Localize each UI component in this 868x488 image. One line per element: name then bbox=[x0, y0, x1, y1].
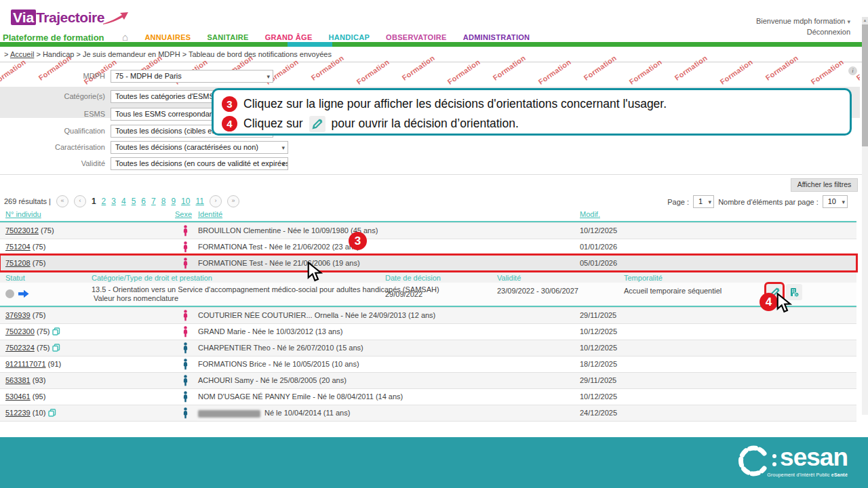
table-row[interactable]: 7502324 (75) CHARPENTIER Theo - Né le 26… bbox=[0, 340, 856, 356]
watermark-text: Formation bbox=[764, 54, 800, 82]
watermark-text: Formation bbox=[401, 54, 436, 82]
filter-label: ESMS bbox=[0, 110, 111, 118]
table-row[interactable]: 75023012 (75) BROUILLON Clementine - Née… bbox=[0, 222, 856, 239]
col-header-identity[interactable]: Identité bbox=[198, 210, 222, 218]
caret-down-icon: ▾ bbox=[709, 197, 712, 208]
person-icon bbox=[182, 391, 189, 403]
home-icon[interactable]: ⌂ bbox=[122, 31, 128, 43]
identity-text: BROUILLON Clementine - Née le 10/09/1980… bbox=[198, 226, 378, 235]
col-header-categorie: Catégorie/Type de droit et prestation bbox=[92, 274, 212, 282]
sesan-wordmark: sesan bbox=[780, 445, 848, 470]
page-link[interactable]: 11 bbox=[195, 197, 203, 206]
individual-id-link[interactable]: 751204 bbox=[5, 243, 31, 251]
watermark-text: Formation bbox=[673, 54, 709, 82]
page-link[interactable]: 4 bbox=[121, 197, 126, 206]
page-link[interactable]: 8 bbox=[161, 197, 166, 206]
individual-id-link[interactable]: 751208 bbox=[5, 259, 31, 267]
page-select[interactable]: 1▾ bbox=[693, 195, 714, 208]
watermark-text: Formation bbox=[583, 54, 618, 82]
caracterisation-select[interactable]: Toutes les décisions (caractérisées ou n… bbox=[111, 141, 288, 154]
nav-administration[interactable]: ADMINISTRATION bbox=[463, 33, 530, 41]
table-row[interactable]: 530461 (95) NOM D'USAGE NÉ PANNY Emile -… bbox=[0, 388, 856, 405]
table-row[interactable]: 751204 (75) FORMATIONA Test - Née le 21/… bbox=[0, 239, 856, 255]
nav-annuaires[interactable]: ANNUAIRES bbox=[144, 33, 191, 41]
col-header-modif[interactable]: Modif. bbox=[580, 210, 600, 218]
pagination: 269 résultats | « ‹ 1 2 3 4 5 6 7 8 9 10… bbox=[4, 195, 239, 207]
individual-id-link[interactable]: 7502324 bbox=[5, 344, 35, 352]
decision-validity: 23/09/2022 - 30/06/2027 bbox=[497, 287, 578, 295]
page-link[interactable]: 10 bbox=[181, 197, 190, 206]
nav-sanitaire[interactable]: SANITAIRE bbox=[207, 33, 248, 41]
page-link[interactable]: 5 bbox=[132, 197, 136, 206]
individual-id-link[interactable]: 7502300 bbox=[5, 327, 35, 336]
info-icon[interactable]: i bbox=[848, 66, 857, 75]
step-3-text: Cliquez sur la ligne pour afficher les d… bbox=[243, 97, 667, 111]
logout-link[interactable]: Déconnexion bbox=[756, 27, 850, 37]
viatrajectoire-logo: ViaTrajectoire bbox=[11, 9, 129, 26]
decision-row[interactable]: 13.5 - Orientation vers un Service d'acc… bbox=[0, 283, 856, 307]
redacted-name bbox=[198, 410, 260, 418]
cursor-icon bbox=[305, 262, 324, 282]
sesan-tagline: Groupement d'Intérêt Public eSanté bbox=[767, 472, 848, 477]
logo-arrow-icon bbox=[102, 10, 129, 26]
nav-handicap[interactable]: HANDICAP bbox=[329, 33, 370, 41]
nav-observatoire[interactable]: OBSERVATOIRE bbox=[386, 33, 447, 41]
step-4-text-before: Cliquez sur bbox=[243, 117, 303, 131]
prev-page-button[interactable]: ‹ bbox=[74, 195, 86, 207]
validite-select[interactable]: Toutes les décisions (en cours de validi… bbox=[111, 157, 288, 170]
sesan-ring-icon bbox=[738, 445, 769, 476]
welcome-user[interactable]: Bienvenue mdph formation ▾ bbox=[756, 16, 850, 27]
mdph-select[interactable]: 75 - MDPH de Paris▾ bbox=[111, 70, 273, 83]
person-icon bbox=[182, 225, 189, 237]
page-link[interactable]: 7 bbox=[151, 197, 156, 206]
decision-table-header: Statut Catégorie/Type de droit et presta… bbox=[0, 272, 856, 283]
decision-date: 29/09/2022 bbox=[385, 290, 422, 298]
individual-id-link[interactable]: 530461 bbox=[5, 392, 31, 401]
table-row[interactable]: 512239 (10) Né le 10/04/2014 (11 ans) 24… bbox=[0, 405, 856, 422]
person-icon bbox=[182, 310, 189, 321]
nav-underline-bar bbox=[0, 42, 868, 47]
copy-icon[interactable] bbox=[52, 344, 60, 353]
person-icon bbox=[182, 359, 189, 370]
first-page-button[interactable]: « bbox=[56, 195, 68, 207]
cursor-icon bbox=[774, 293, 793, 313]
footer: sesan Groupement d'Intérêt Public eSanté bbox=[0, 437, 868, 488]
copy-icon[interactable] bbox=[52, 327, 60, 337]
col-header-statut: Statut bbox=[5, 274, 25, 282]
individual-id-link[interactable]: 376939 bbox=[5, 311, 31, 319]
next-page-button[interactable]: › bbox=[210, 195, 222, 207]
page-link[interactable]: 9 bbox=[171, 197, 176, 206]
table-row-selected[interactable]: 751208 (75) FORMATIONE Test - Née le 21/… bbox=[0, 255, 856, 271]
col-header-sex[interactable]: Sexe bbox=[175, 210, 192, 218]
page-link[interactable]: 3 bbox=[111, 197, 116, 206]
last-page-button[interactable]: » bbox=[227, 195, 239, 207]
filter-row-caracterisation: Caractérisation Toutes les décisions (ca… bbox=[0, 140, 288, 154]
individual-id-link[interactable]: 75023012 bbox=[5, 226, 39, 235]
page-link[interactable]: 2 bbox=[102, 197, 106, 206]
person-icon bbox=[182, 258, 189, 269]
scrollbar-up-icon[interactable]: ▲ bbox=[862, 17, 868, 24]
show-filters-button[interactable]: Afficher les filtres bbox=[791, 178, 858, 192]
scrollbar-thumb[interactable] bbox=[862, 24, 868, 146]
notifications-table: N° individu Sexe Identité Modif. 7502301… bbox=[0, 210, 856, 422]
per-page-select[interactable]: 10▾ bbox=[823, 195, 848, 208]
person-icon bbox=[182, 407, 189, 419]
table-row[interactable]: 376939 (75) COUTURIER NÉE COUTURIER... O… bbox=[0, 307, 856, 323]
individual-id-link[interactable]: 512239 bbox=[5, 409, 31, 417]
page-link[interactable]: 6 bbox=[141, 197, 146, 206]
table-row[interactable]: 9121117071 (91) FORMATIONS Brice - Né le… bbox=[0, 356, 856, 372]
col-header-id[interactable]: N° individu bbox=[5, 210, 41, 218]
individual-id-link[interactable]: 563381 bbox=[5, 376, 31, 384]
individual-id-link[interactable]: 9121117071 bbox=[5, 360, 46, 368]
copy-icon[interactable] bbox=[48, 409, 56, 418]
filter-label: Caractérisation bbox=[0, 143, 111, 151]
nav-grand-age[interactable]: GRAND ÂGE bbox=[265, 33, 313, 41]
decision-temporality: Accueil temporaire séquentiel bbox=[624, 287, 722, 295]
table-row[interactable]: 563381 (93) ACHOURI Samy - Né le 25/08/2… bbox=[0, 372, 856, 388]
col-header-date: Date de décision bbox=[385, 274, 441, 282]
table-row[interactable]: 7502300 (75) GRAND Marie - Née le 10/03/… bbox=[0, 323, 856, 340]
identity-text: Né le 10/04/2014 (11 ans) bbox=[198, 409, 350, 418]
modif-date: 18/12/2025 bbox=[580, 360, 617, 368]
filter-row-mdph: MDPH 75 - MDPH de Paris▾ bbox=[0, 69, 273, 83]
modif-date: 29/11/2025 bbox=[580, 311, 616, 319]
